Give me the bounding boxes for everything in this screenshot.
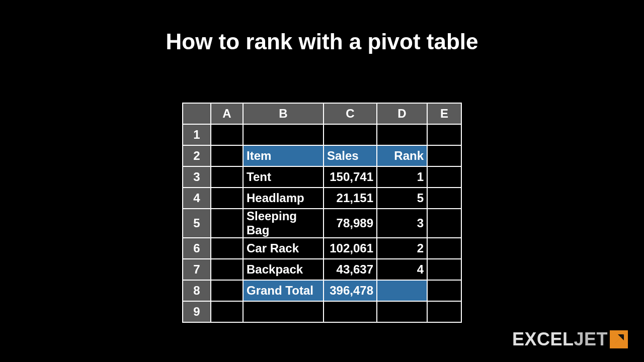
grand-total-rank[interactable]	[377, 280, 427, 301]
cell-E6[interactable]	[427, 238, 461, 259]
cell-item[interactable]: Sleeping Bag	[243, 209, 324, 238]
cell-E4[interactable]	[427, 188, 461, 209]
cell-A9[interactable]	[211, 301, 243, 322]
col-header-E: E	[427, 103, 461, 124]
row-header-8: 8	[183, 280, 211, 301]
row-header-7: 7	[183, 259, 211, 280]
cell-B1[interactable]	[243, 124, 324, 145]
cell-E1[interactable]	[427, 124, 461, 145]
col-header-A: A	[211, 103, 243, 124]
cell-sales[interactable]: 78,989	[324, 209, 377, 238]
brand-text-part1: EXCEL	[512, 329, 574, 349]
row-header-1: 1	[183, 124, 211, 145]
col-header-D: D	[377, 103, 427, 124]
pivot-table: A B C D E 1 2 Item Sales Rank 3 Tent 150…	[182, 103, 462, 323]
cell-A1[interactable]	[211, 124, 243, 145]
brand-logo: EXCELJET	[512, 329, 628, 350]
row-3: 3 Tent 150,741 1	[183, 166, 461, 188]
cell-item[interactable]: Backpack	[243, 259, 324, 280]
page-title: How to rank with a pivot table	[0, 0, 644, 54]
arrow-icon	[610, 330, 628, 348]
cell-A8[interactable]	[211, 280, 243, 301]
cell-rank[interactable]: 5	[377, 188, 427, 209]
cell-rank[interactable]: 1	[377, 166, 427, 188]
corner-cell	[183, 103, 211, 124]
header-sales[interactable]: Sales	[324, 145, 377, 166]
row-header-9: 9	[183, 301, 211, 322]
row-2: 2 Item Sales Rank	[183, 145, 461, 166]
cell-A3[interactable]	[211, 166, 243, 188]
row-1: 1	[183, 124, 461, 145]
cell-rank[interactable]: 4	[377, 259, 427, 280]
cell-A7[interactable]	[211, 259, 243, 280]
col-header-B: B	[243, 103, 324, 124]
cell-E5[interactable]	[427, 209, 461, 238]
cell-A5[interactable]	[211, 209, 243, 238]
cell-rank[interactable]: 3	[377, 209, 427, 238]
brand-text-part2: JET	[574, 329, 608, 349]
cell-sales[interactable]: 150,741	[324, 166, 377, 188]
cell-A2[interactable]	[211, 145, 243, 166]
cell-D1[interactable]	[377, 124, 427, 145]
row-4: 4 Headlamp 21,151 5	[183, 188, 461, 209]
row-header-6: 6	[183, 238, 211, 259]
row-header-3: 3	[183, 166, 211, 188]
column-header-row: A B C D E	[183, 103, 461, 124]
row-9: 9	[183, 301, 461, 322]
svg-rect-0	[610, 330, 628, 348]
grand-total-sales[interactable]: 396,478	[324, 280, 377, 301]
header-item[interactable]: Item	[243, 145, 324, 166]
row-header-5: 5	[183, 209, 211, 238]
cell-item[interactable]: Headlamp	[243, 188, 324, 209]
cell-E8[interactable]	[427, 280, 461, 301]
row-5: 5 Sleeping Bag 78,989 3	[183, 209, 461, 238]
cell-sales[interactable]: 102,061	[324, 238, 377, 259]
brand-text: EXCELJET	[512, 329, 608, 350]
cell-item[interactable]: Car Rack	[243, 238, 324, 259]
cell-E2[interactable]	[427, 145, 461, 166]
row-7: 7 Backpack 43,637 4	[183, 259, 461, 280]
cell-E3[interactable]	[427, 166, 461, 188]
cell-item[interactable]: Tent	[243, 166, 324, 188]
row-header-4: 4	[183, 188, 211, 209]
header-rank[interactable]: Rank	[377, 145, 427, 166]
cell-sales[interactable]: 43,637	[324, 259, 377, 280]
cell-B9[interactable]	[243, 301, 324, 322]
cell-A4[interactable]	[211, 188, 243, 209]
row-8: 8 Grand Total 396,478	[183, 280, 461, 301]
cell-E9[interactable]	[427, 301, 461, 322]
cell-C1[interactable]	[324, 124, 377, 145]
cell-A6[interactable]	[211, 238, 243, 259]
cell-sales[interactable]: 21,151	[324, 188, 377, 209]
row-6: 6 Car Rack 102,061 2	[183, 238, 461, 259]
cell-E7[interactable]	[427, 259, 461, 280]
cell-rank[interactable]: 2	[377, 238, 427, 259]
grand-total-label[interactable]: Grand Total	[243, 280, 324, 301]
row-header-2: 2	[183, 145, 211, 166]
cell-C9[interactable]	[324, 301, 377, 322]
cell-D9[interactable]	[377, 301, 427, 322]
col-header-C: C	[324, 103, 377, 124]
